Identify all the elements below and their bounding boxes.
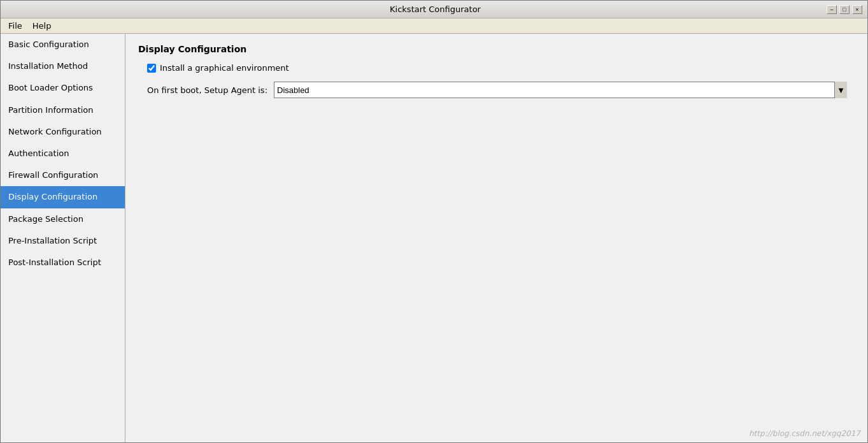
menu-help[interactable]: Help [27, 20, 57, 32]
sidebar-item-installation-method[interactable]: Installation Method [1, 55, 125, 77]
sidebar-item-boot-loader-options[interactable]: Boot Loader Options [1, 77, 125, 99]
sidebar-item-display-configuration[interactable]: Display Configuration [1, 186, 125, 208]
sidebar-item-authentication[interactable]: Authentication [1, 143, 125, 164]
menu-bar: File Help [1, 18, 867, 34]
sidebar-item-package-selection[interactable]: Package Selection [1, 208, 125, 230]
sidebar-item-pre-installation-script[interactable]: Pre-Installation Script [1, 230, 125, 252]
graphical-env-checkbox[interactable] [147, 64, 156, 73]
sidebar: Basic Configuration Installation Method … [1, 34, 125, 442]
main-content: Display Configuration Install a graphica… [125, 34, 867, 442]
sidebar-item-network-configuration[interactable]: Network Configuration [1, 121, 125, 143]
minimize-button[interactable]: – [827, 5, 837, 14]
close-button[interactable]: × [852, 5, 862, 14]
setup-agent-row: On first boot, Setup Agent is: Disabled … [147, 82, 855, 98]
setup-agent-select-wrapper: Disabled Enabled Enabled in reconfig mod… [274, 82, 847, 98]
sidebar-item-partition-information[interactable]: Partition Information [1, 99, 125, 121]
window-controls: – □ × [827, 5, 862, 14]
setup-agent-select[interactable]: Disabled Enabled Enabled in reconfig mod… [274, 82, 847, 98]
sidebar-item-post-installation-script[interactable]: Post-Installation Script [1, 252, 125, 273]
main-window: Kickstart Configurator – □ × File Help B… [0, 0, 868, 443]
sidebar-item-firewall-configuration[interactable]: Firewall Configuration [1, 164, 125, 186]
content-area: Basic Configuration Installation Method … [1, 34, 867, 442]
maximize-button[interactable]: □ [839, 5, 850, 14]
menu-file[interactable]: File [3, 20, 27, 32]
graphical-env-label: Install a graphical environment [160, 63, 289, 73]
section-title: Display Configuration [138, 44, 855, 54]
window-title: Kickstart Configurator [44, 4, 827, 14]
setup-agent-label: On first boot, Setup Agent is: [147, 85, 267, 95]
watermark: http://blog.csdn.net/xgq2017 [749, 429, 860, 438]
sidebar-item-basic-configuration[interactable]: Basic Configuration [1, 34, 125, 55]
graphical-env-row: Install a graphical environment [147, 63, 855, 73]
title-bar: Kickstart Configurator – □ × [1, 1, 867, 18]
